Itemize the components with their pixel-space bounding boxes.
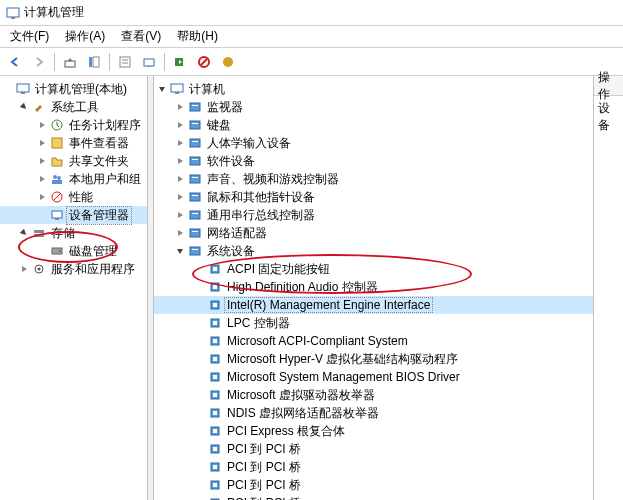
device-item[interactable]: PCI 到 PCI 桥: [154, 476, 623, 494]
svg-rect-72: [213, 447, 217, 451]
svg-rect-36: [192, 123, 198, 124]
tree-item-eventviewer[interactable]: 事件查看器: [0, 134, 147, 152]
tree-label: 计算机: [187, 81, 227, 98]
tree-item-scheduler[interactable]: 任务计划程序: [0, 116, 147, 134]
svg-rect-26: [34, 234, 44, 237]
expander-none: [194, 299, 206, 311]
tree-item-device-manager[interactable]: 设备管理器: [0, 206, 147, 224]
expander-none: [194, 425, 206, 437]
expander-none: [194, 389, 206, 401]
device-item[interactable]: PCI 到 PCI 桥: [154, 440, 623, 458]
expander-closed-icon[interactable]: [174, 227, 186, 239]
menu-view[interactable]: 查看(V): [113, 26, 169, 47]
device-category[interactable]: 软件设备: [154, 152, 623, 170]
tree-group-storage[interactable]: 存储: [0, 224, 147, 242]
expander-none: [194, 335, 206, 347]
expander-closed-icon[interactable]: [36, 119, 48, 131]
device-item[interactable]: Microsoft System Management BIOS Driver: [154, 368, 623, 386]
device-item[interactable]: NDIS 虚拟网络适配器枚举器: [154, 404, 623, 422]
expander-closed-icon[interactable]: [174, 137, 186, 149]
device-icon: [49, 207, 65, 223]
up-button[interactable]: [59, 51, 81, 73]
device-item[interactable]: Intel(R) Management Engine Interface: [154, 296, 623, 314]
expander-open-icon[interactable]: [156, 83, 168, 95]
system-device-icon: [207, 477, 223, 493]
expander-closed-icon[interactable]: [36, 155, 48, 167]
tree-item-diskmgmt[interactable]: 磁盘管理: [0, 242, 147, 260]
expander-open-icon[interactable]: [174, 245, 186, 257]
svg-rect-9: [147, 66, 151, 67]
tree-root[interactable]: 计算机管理(本地): [0, 80, 147, 98]
device-category[interactable]: 声音、视频和游戏控制器: [154, 170, 623, 188]
svg-rect-76: [213, 483, 217, 487]
disable-button[interactable]: [193, 51, 215, 73]
svg-rect-38: [192, 141, 198, 142]
forward-button[interactable]: [28, 51, 50, 73]
device-item[interactable]: PCI 到 PCI 桥: [154, 458, 623, 476]
tree-label: Microsoft System Management BIOS Driver: [225, 370, 462, 384]
menu-file[interactable]: 文件(F): [2, 26, 57, 47]
device-category[interactable]: 通用串行总线控制器: [154, 206, 623, 224]
svg-rect-14: [17, 84, 29, 92]
show-tree-button[interactable]: [83, 51, 105, 73]
expander-open-icon[interactable]: [18, 101, 30, 113]
expander-closed-icon[interactable]: [174, 173, 186, 185]
device-category[interactable]: 网络适配器: [154, 224, 623, 242]
tree-label: 共享文件夹: [67, 153, 131, 170]
scan-button[interactable]: [169, 51, 191, 73]
svg-rect-1: [11, 17, 15, 19]
expander-closed-icon[interactable]: [18, 263, 30, 275]
expander-closed-icon[interactable]: [174, 119, 186, 131]
device-item[interactable]: Microsoft ACPI-Compliant System: [154, 332, 623, 350]
expander-closed-icon[interactable]: [36, 173, 48, 185]
expander-closed-icon[interactable]: [174, 191, 186, 203]
tree-label: 事件查看器: [67, 135, 131, 152]
device-item[interactable]: PCI Express 根复合体: [154, 422, 623, 440]
device-category[interactable]: 系统设备: [154, 242, 623, 260]
expander-open-icon[interactable]: [18, 227, 30, 239]
device-item[interactable]: Microsoft Hyper-V 虚拟化基础结构驱动程序: [154, 350, 623, 368]
wrench-icon: [31, 99, 47, 115]
tree-item-perf[interactable]: 性能: [0, 188, 147, 206]
tree-group-services[interactable]: 服务和应用程序: [0, 260, 147, 278]
expander-closed-icon[interactable]: [36, 191, 48, 203]
tree-label: 设备管理器: [67, 207, 131, 224]
device-category[interactable]: 监视器: [154, 98, 623, 116]
toolbar: [0, 48, 623, 76]
tree-label: 本地用户和组: [67, 171, 143, 188]
device-item[interactable]: PCI 到 PCI 桥: [154, 494, 623, 500]
expander-none: [194, 479, 206, 491]
back-button[interactable]: [4, 51, 26, 73]
tree-item-users[interactable]: 本地用户和组: [0, 170, 147, 188]
device-category[interactable]: 人体学输入设备: [154, 134, 623, 152]
svg-rect-35: [190, 121, 200, 129]
device-item[interactable]: High Definition Audio 控制器: [154, 278, 623, 296]
svg-rect-52: [213, 267, 217, 271]
tree-label: Intel(R) Management Engine Interface: [225, 298, 432, 312]
expander-closed-icon[interactable]: [174, 155, 186, 167]
device-category-icon: [187, 135, 203, 151]
menu-action[interactable]: 操作(A): [57, 26, 113, 47]
device-item[interactable]: ACPI 固定功能按钮: [154, 260, 623, 278]
device-item[interactable]: LPC 控制器: [154, 314, 623, 332]
properties-button[interactable]: [114, 51, 136, 73]
device-item[interactable]: Microsoft 虚拟驱动器枚举器: [154, 386, 623, 404]
svg-rect-74: [213, 465, 217, 469]
device-category[interactable]: 键盘: [154, 116, 623, 134]
device-root[interactable]: 计算机: [154, 80, 623, 98]
device-category-icon: [187, 153, 203, 169]
device-category[interactable]: 鼠标和其他指针设备: [154, 188, 623, 206]
tree-group-tools[interactable]: 系统工具: [0, 98, 147, 116]
expander-closed-icon[interactable]: [174, 209, 186, 221]
svg-rect-47: [190, 229, 200, 237]
help-button[interactable]: [217, 51, 239, 73]
system-device-icon: [207, 261, 223, 277]
svg-line-22: [53, 193, 61, 201]
svg-rect-45: [190, 211, 200, 219]
expander-icon[interactable]: [2, 83, 14, 95]
refresh-button[interactable]: [138, 51, 160, 73]
tree-item-shared[interactable]: 共享文件夹: [0, 152, 147, 170]
menu-help[interactable]: 帮助(H): [169, 26, 226, 47]
expander-closed-icon[interactable]: [36, 137, 48, 149]
expander-closed-icon[interactable]: [174, 101, 186, 113]
